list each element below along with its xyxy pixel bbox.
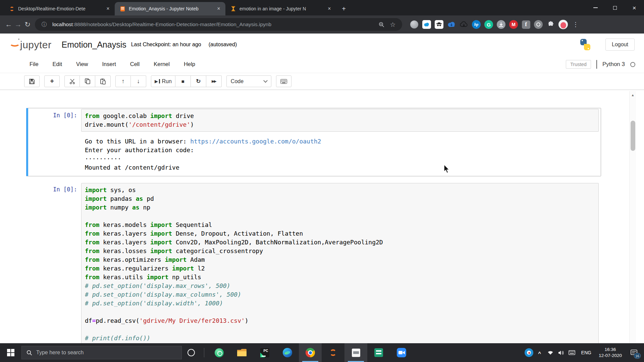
cell-code-editor[interactable]: import sys, osimport pandas as pdimport … (81, 183, 599, 343)
menu-item-file[interactable]: File (30, 61, 39, 67)
cell-prompt: In [0]: (28, 109, 81, 132)
taskbar-app-chrome[interactable] (299, 343, 322, 362)
scrollbar[interactable]: ▲ (629, 91, 636, 343)
jupyter-app-icon (328, 348, 338, 357)
menu-item-cell[interactable]: Cell (130, 61, 140, 67)
add-cell-button[interactable]: + (44, 75, 60, 87)
paste-button[interactable] (95, 75, 111, 87)
tray-app-blue-icon[interactable] (524, 346, 534, 359)
logout-button[interactable]: Logout (605, 39, 635, 51)
notebook-cell[interactable]: In [0]:import sys, osimport pandas as pd… (26, 182, 601, 343)
menu-item-view[interactable]: View (76, 61, 88, 67)
taskbar-app-green-app[interactable] (367, 343, 390, 362)
notebook-title[interactable]: Emotion_Anaysis (62, 40, 126, 50)
jupyter-logo[interactable]: jupyter (9, 39, 52, 51)
trusted-badge[interactable]: Trusted (566, 60, 591, 69)
bookmark-star-icon[interactable]: ☆ (388, 20, 397, 29)
menu-item-help[interactable]: Help (184, 61, 195, 67)
taskbar-app-android-studio[interactable] (208, 343, 230, 362)
copy-button[interactable] (80, 75, 95, 87)
onedrive-icon[interactable] (422, 20, 431, 29)
url-bar[interactable]: ⓘ localhost:8888/notebooks/Desktop/Realt… (35, 18, 402, 31)
avatar-icon[interactable] (558, 20, 568, 29)
reload-icon[interactable]: ↻ (23, 20, 32, 29)
command-palette-button[interactable] (276, 75, 291, 87)
autosave-text: (autosaved) (209, 42, 237, 48)
browser-tab[interactable]: Desktop/Realtime-Emotion-Dete× (4, 2, 115, 15)
facebook-icon[interactable]: f (521, 20, 531, 29)
maximize-icon (613, 6, 617, 10)
touch-keyboard-icon[interactable] (567, 346, 577, 359)
checkpoint-text: Last Checkpoint: an hour ago (131, 42, 201, 48)
forward-arrow-icon[interactable]: → (13, 20, 23, 29)
hp-icon[interactable]: hp (472, 20, 481, 29)
file-explorer-icon (237, 348, 247, 357)
tab-title: emotion in an image - Jupyter N (239, 6, 323, 11)
cut-button[interactable] (64, 75, 80, 87)
taskbar-app-jupyter-app[interactable] (322, 343, 344, 362)
camera-icon[interactable] (534, 20, 543, 29)
volume-icon[interactable] (556, 346, 567, 359)
menu-item-edit[interactable]: Edit (53, 61, 62, 67)
taskbar-app-pycharm[interactable]: PC (253, 343, 276, 362)
browser-tab[interactable]: Emotion_Anaysis - Jupyter Noteb× (115, 2, 225, 15)
taskbar-app-video-app[interactable] (390, 343, 413, 362)
scrollbar-thumb[interactable] (631, 121, 635, 151)
download-circle-icon[interactable] (496, 20, 506, 29)
screen: Desktop/Realtime-Emotion-Dete×Emotion_An… (0, 0, 644, 362)
gray-app-icon[interactable] (410, 20, 419, 29)
info-icon[interactable]: ⓘ (40, 20, 49, 29)
run-label: Run (162, 78, 172, 84)
browser-tab[interactable]: emotion in an image - Jupyter N× (225, 2, 336, 15)
tab-close-button[interactable]: × (215, 5, 222, 12)
grammarly-icon[interactable]: G (484, 20, 493, 29)
network-icon[interactable] (545, 346, 556, 359)
run-button[interactable]: ▶Run (151, 75, 175, 87)
taskbar-app-file-explorer[interactable] (230, 343, 253, 362)
python-logo-icon (579, 39, 591, 51)
taskbar-app-window-app[interactable] (344, 343, 367, 362)
cortana-button[interactable] (182, 349, 201, 356)
window-app-icon (351, 348, 361, 357)
stop-button[interactable]: ■ (175, 75, 191, 87)
taskbar-clock[interactable]: 16:36 12-07-2020 (595, 347, 625, 359)
action-center-button[interactable]: 16 (627, 346, 641, 359)
cloud-download-blue-icon[interactable] (447, 20, 456, 29)
chevron-up-icon[interactable]: ^ (534, 346, 545, 359)
menu-item-kernel[interactable]: Kernel (154, 61, 170, 67)
mega-icon[interactable]: M (509, 20, 518, 29)
kernel-name: Python 3 (602, 61, 625, 68)
menu-item-insert[interactable]: Insert (102, 61, 116, 67)
back-arrow-icon[interactable]: ← (4, 20, 13, 29)
edge-icon (283, 348, 292, 357)
url-text: localhost:8888/notebooks/Desktop/Realtim… (52, 21, 373, 27)
jupyter-logo-icon (9, 39, 19, 44)
notebook-cell[interactable]: In [0]:from google.colab import drivedri… (26, 108, 601, 176)
taskbar-app-edge[interactable] (276, 343, 299, 362)
scroll-up-icon[interactable]: ▲ (631, 91, 635, 97)
restart-run-all-button[interactable]: ▶▶ (206, 75, 222, 87)
move-up-button[interactable]: ↑ (115, 75, 131, 87)
window-close-button[interactable]: × (625, 0, 644, 15)
tab-close-button[interactable]: × (326, 5, 333, 12)
cloud-download-outline-icon[interactable] (459, 20, 469, 29)
tab-close-button[interactable]: × (105, 5, 111, 12)
save-button[interactable] (24, 75, 40, 87)
start-button[interactable] (0, 343, 21, 362)
move-down-button[interactable]: ↓ (131, 75, 146, 87)
chevron-down-icon (263, 78, 268, 83)
windows-taskbar: Type here to search PC ^ ENG 16:36 12-07… (0, 343, 644, 362)
kebab-menu-icon[interactable]: ⋮ (571, 20, 580, 29)
window-minimize-button[interactable] (586, 0, 605, 15)
cell-code-editor[interactable]: from google.colab import drivedrive.moun… (81, 109, 599, 132)
window-maximize-button[interactable] (605, 0, 625, 15)
puzzle-icon[interactable] (546, 20, 555, 29)
incognito-icon[interactable] (434, 20, 444, 29)
cell-type-select[interactable]: Code (226, 75, 271, 87)
keyboard-icon (280, 79, 287, 84)
taskbar-search-input[interactable]: Type here to search (21, 346, 182, 359)
restart-button[interactable]: ↻ (191, 75, 206, 87)
language-indicator[interactable]: ENG (579, 350, 594, 355)
new-tab-button[interactable]: + (339, 4, 349, 14)
zoom-icon[interactable] (377, 20, 386, 29)
